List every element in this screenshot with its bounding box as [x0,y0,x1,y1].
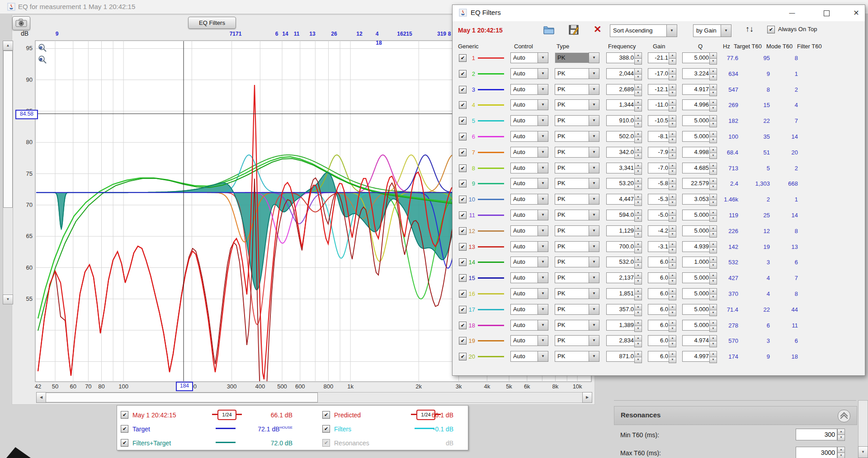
filter-frequency-input[interactable]: 1,344 [606,99,636,110]
spinner-down-button[interactable]: ▼ [634,357,642,363]
filter-frequency-input[interactable]: 357.0 [606,304,636,315]
filter-frequency-input[interactable]: 1,851 [606,288,636,299]
chevron-down-icon[interactable]: ▼ [589,68,599,79]
filter-enabled-checkbox[interactable]: ✔ [459,101,467,109]
filter-gain-input[interactable]: -5.8 [648,178,670,189]
filter-enabled-checkbox[interactable]: ✔ [459,196,467,203]
chevron-down-icon[interactable]: ▼ [589,52,599,63]
filter-gain-input[interactable]: -12.1 [648,84,670,95]
filter-gain-input[interactable]: 6.0 [648,288,670,299]
filter-control-select[interactable]: Auto [510,288,540,299]
spinner-down-button[interactable]: ▼ [669,326,676,332]
filter-type-select[interactable]: PK [555,351,591,362]
filter-gain-input[interactable]: -7.9 [648,147,670,158]
filter-enabled-checkbox[interactable]: ✔ [459,149,467,156]
legend-checkbox[interactable]: ✔ [121,439,128,447]
spinner-up-button[interactable]: ▲ [634,257,642,263]
legend-checkbox[interactable]: ✔ [121,425,128,433]
filter-type-select[interactable]: PK [555,115,591,126]
filter-gain-input[interactable]: 6.0 [648,320,670,331]
spinner-down-button[interactable]: ▼ [634,168,642,175]
spinner-down-button[interactable]: ▼ [669,74,676,80]
spinner-up-button[interactable]: ▲ [634,131,642,137]
chevron-down-icon[interactable]: ▼ [538,147,548,158]
filter-gain-input[interactable]: -11.0 [648,99,670,110]
spinner-down-button[interactable]: ▼ [669,90,676,96]
filter-enabled-checkbox[interactable]: ✔ [459,86,467,93]
sort-by-select[interactable]: by Gain [693,24,724,37]
filter-control-select[interactable]: Auto [510,335,540,346]
spinner-down-button[interactable]: ▼ [669,168,676,175]
filter-frequency-input[interactable]: 871.0 [606,351,636,362]
filter-q-input[interactable]: 5.000 [682,304,711,315]
filter-type-select[interactable]: PK [555,288,591,299]
filter-q-input[interactable]: 4.974 [682,335,711,346]
legend-checkbox[interactable]: ✔ [322,425,330,433]
spinner-up-button[interactable]: ▲ [634,225,642,232]
filter-enabled-checkbox[interactable]: ✔ [459,322,467,329]
filter-gain-input[interactable]: -10.5 [648,115,670,126]
spinner-down-button[interactable]: ▼ [634,310,642,316]
collapse-panel-button[interactable] [838,410,850,422]
chevron-down-icon[interactable]: ▼ [538,131,548,142]
spinner-down-button[interactable]: ▼ [634,231,642,238]
chevron-down-icon[interactable]: ▼ [538,241,548,252]
spinner-down-button[interactable]: ▼ [669,184,676,190]
min-t60-spinner[interactable]: ▲ ▼ [837,429,845,440]
spinner-down-button[interactable]: ▼ [669,137,676,143]
filter-control-select[interactable]: Auto [510,194,540,205]
chevron-down-icon[interactable]: ▼ [589,84,599,95]
filter-frequency-input[interactable]: 2,137 [606,272,636,283]
minimize-button[interactable]: — [786,8,798,19]
sort-order-select[interactable]: Sort Ascending [610,24,670,37]
chevron-down-icon[interactable]: ▼ [589,320,599,331]
chevron-down-icon[interactable]: ▼ [538,178,548,189]
spinner-down-button[interactable]: ▼ [634,262,642,269]
spinner-up-button[interactable]: ▲ [634,115,642,122]
filter-gain-input[interactable]: 6.0 [648,304,670,315]
vertical-scrollbar-thumb[interactable] [3,51,13,208]
filter-frequency-input[interactable]: 342.0 [606,147,636,158]
filter-type-select[interactable]: PK [555,178,591,189]
chevron-down-icon[interactable]: ▼ [589,210,599,220]
chevron-down-icon[interactable]: ▼ [538,351,548,362]
scroll-up-button[interactable]: ▲ [3,41,13,51]
always-on-top-checkbox[interactable]: ✔ [767,26,775,33]
save-filters-icon[interactable] [568,24,579,35]
spinner-down-button[interactable]: ▼ [634,121,642,127]
filter-control-select[interactable]: Auto [510,178,540,189]
spinner-up-button[interactable]: ▲ [669,52,676,59]
dialog-titlebar[interactable]: EQ Filters — ✕ [453,5,865,22]
spinner-up-button[interactable]: ▲ [837,429,845,435]
spinner-up-button[interactable]: ▲ [634,288,642,294]
filter-frequency-input[interactable]: 532.0 [606,257,636,267]
filter-type-select[interactable]: PK [555,52,591,63]
filter-frequency-input[interactable]: 1,129 [606,225,636,236]
chevron-down-icon[interactable]: ▼ [589,351,599,362]
filter-enabled-checkbox[interactable]: ✔ [459,117,467,125]
filter-frequency-input[interactable]: 3,341 [606,163,636,173]
spinner-down-button[interactable]: ▼ [669,278,676,285]
chevron-down-icon[interactable]: ▼ [538,335,548,346]
filter-enabled-checkbox[interactable]: ✔ [459,54,467,62]
spinner-down-button[interactable]: ▼ [669,262,676,269]
spinner-down-button[interactable]: ▼ [634,184,642,190]
filter-frequency-input[interactable]: 388.0 [606,52,636,63]
filter-q-input[interactable]: 4.997 [682,351,711,362]
spinner-up-button[interactable]: ▲ [634,194,642,200]
filter-type-select[interactable]: PK [555,163,591,173]
filter-enabled-checkbox[interactable]: ✔ [459,227,467,235]
filter-enabled-checkbox[interactable]: ✔ [459,306,467,313]
filter-enabled-checkbox[interactable]: ✔ [459,274,467,282]
filter-type-select[interactable]: PK [555,194,591,205]
maximize-button[interactable] [821,8,832,19]
filter-gain-input[interactable]: -3.1 [648,241,670,252]
spinner-down-button[interactable]: ▼ [669,58,676,65]
spinner-up-button[interactable]: ▲ [634,320,642,326]
filter-enabled-checkbox[interactable]: ✔ [459,290,467,298]
close-button[interactable]: ✕ [850,8,862,19]
filter-frequency-input[interactable]: 594.0 [606,210,636,220]
legend-checkbox[interactable]: ✔ [121,411,128,419]
spinner-down-button[interactable]: ▼ [634,341,642,347]
spinner-up-button[interactable]: ▲ [669,210,676,216]
